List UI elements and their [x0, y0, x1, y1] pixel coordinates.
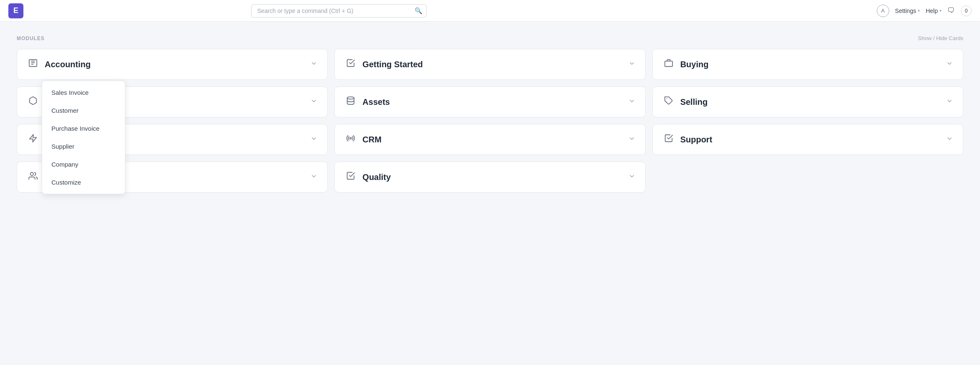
- navbar: E 🔍 A Settings ▾ Help ▾ 🗨 0: [0, 0, 980, 22]
- dropdown-item-supplier[interactable]: Supplier: [42, 137, 125, 155]
- module-chevron-getting-started: [629, 60, 635, 68]
- dropdown-item-company[interactable]: Company: [42, 155, 125, 173]
- module-card-wrapper-getting-started: Getting Started: [334, 49, 645, 80]
- accounting-module-icon: [27, 58, 39, 70]
- module-card-getting-started[interactable]: Getting Started: [334, 49, 645, 80]
- module-card-accounting[interactable]: Accounting: [17, 49, 328, 80]
- notification-button[interactable]: 🗨: [947, 6, 955, 15]
- module-title-buying: Buying: [680, 60, 709, 69]
- module-chevron-buying: [946, 60, 953, 68]
- show-hide-cards-link[interactable]: Show / Hide Cards: [918, 35, 963, 41]
- module-card-wrapper-selling: Selling: [652, 86, 963, 117]
- module-card-wrapper-crm: CRM: [334, 124, 645, 155]
- module-card-left-selling: Selling: [663, 96, 708, 108]
- module-title-getting-started: Getting Started: [362, 60, 423, 69]
- modules-header: MODULES Show / Hide Cards: [17, 35, 963, 41]
- selling-module-icon: [663, 96, 675, 108]
- module-card-wrapper-support: Support: [652, 124, 963, 155]
- module-chevron-quality: [629, 173, 635, 181]
- dropdown-item-purchase-invoice[interactable]: Purchase Invoice: [42, 119, 125, 137]
- main-content: MODULES Show / Hide Cards AccountingSale…: [0, 22, 980, 206]
- support-module-icon: [663, 134, 675, 145]
- search-icon: 🔍: [415, 7, 423, 15]
- chat-icon: 🗨: [947, 6, 955, 15]
- settings-chevron-icon: ▾: [918, 8, 920, 13]
- help-chevron-icon: ▾: [939, 8, 942, 13]
- accounting-dropdown-menu: Sales InvoiceCustomerPurchase InvoiceSup…: [42, 81, 125, 194]
- stock-module-icon: [27, 96, 39, 108]
- module-title-selling: Selling: [680, 97, 708, 107]
- search-input[interactable]: [251, 4, 427, 18]
- module-card-left-buying: Buying: [663, 58, 709, 70]
- module-chevron-assets: [629, 98, 635, 106]
- quality-module-icon: [345, 171, 356, 183]
- module-card-crm[interactable]: CRM: [334, 124, 645, 155]
- module-card-buying[interactable]: Buying: [652, 49, 963, 80]
- projects-module-icon: [27, 134, 39, 145]
- module-chevron-support: [946, 135, 953, 144]
- svg-point-8: [350, 137, 351, 139]
- dropdown-item-customer[interactable]: Customer: [42, 101, 125, 119]
- dropdown-item-customize[interactable]: Customize: [42, 173, 125, 191]
- module-card-wrapper-assets: Assets: [334, 86, 645, 117]
- module-title-crm: CRM: [362, 135, 382, 144]
- module-card-wrapper-quality: Quality: [334, 162, 645, 193]
- svg-point-5: [347, 97, 354, 99]
- module-card-left-accounting: Accounting: [27, 58, 91, 70]
- avatar: A: [877, 5, 889, 17]
- module-card-wrapper-accounting: AccountingSales InvoiceCustomerPurchase …: [17, 49, 328, 80]
- module-card-wrapper-buying: Buying: [652, 49, 963, 80]
- modules-label-text: MODULES: [17, 35, 45, 41]
- help-button[interactable]: Help ▾: [926, 8, 942, 14]
- module-card-left-crm: CRM: [345, 134, 382, 145]
- dropdown-item-sales-invoice[interactable]: Sales Invoice: [42, 84, 125, 101]
- buying-module-icon: [663, 58, 675, 70]
- module-card-selling[interactable]: Selling: [652, 86, 963, 117]
- module-chevron-selling: [946, 98, 953, 106]
- module-title-assets: Assets: [362, 97, 390, 107]
- modules-grid: AccountingSales InvoiceCustomerPurchase …: [17, 49, 963, 193]
- badge-button[interactable]: 0: [961, 5, 972, 16]
- module-chevron-crm: [629, 135, 635, 144]
- module-title-support: Support: [680, 135, 713, 144]
- module-card-left-support: Support: [663, 134, 713, 145]
- module-title-accounting: Accounting: [45, 60, 91, 69]
- module-chevron-accounting: [311, 60, 317, 68]
- module-card-support[interactable]: Support: [652, 124, 963, 155]
- app-logo[interactable]: E: [8, 3, 23, 18]
- module-chevron-human-resources: [311, 173, 317, 181]
- search-bar-container: 🔍: [251, 4, 427, 18]
- human-resources-module-icon: [27, 171, 39, 183]
- module-chevron-projects: [311, 135, 317, 144]
- navbar-right: A Settings ▾ Help ▾ 🗨 0: [877, 5, 972, 17]
- settings-button[interactable]: Settings ▾: [895, 8, 920, 14]
- getting-started-module-icon: [345, 58, 356, 70]
- module-card-quality[interactable]: Quality: [334, 162, 645, 193]
- crm-module-icon: [345, 134, 356, 145]
- module-card-left-getting-started: Getting Started: [345, 58, 423, 70]
- assets-module-icon: [345, 96, 356, 108]
- module-title-quality: Quality: [362, 172, 391, 182]
- svg-point-9: [31, 172, 33, 175]
- module-card-left-quality: Quality: [345, 171, 391, 183]
- module-chevron-stock: [311, 98, 317, 106]
- module-card-assets[interactable]: Assets: [334, 86, 645, 117]
- module-card-left-assets: Assets: [345, 96, 390, 108]
- svg-marker-7: [30, 134, 37, 142]
- svg-rect-4: [664, 61, 672, 66]
